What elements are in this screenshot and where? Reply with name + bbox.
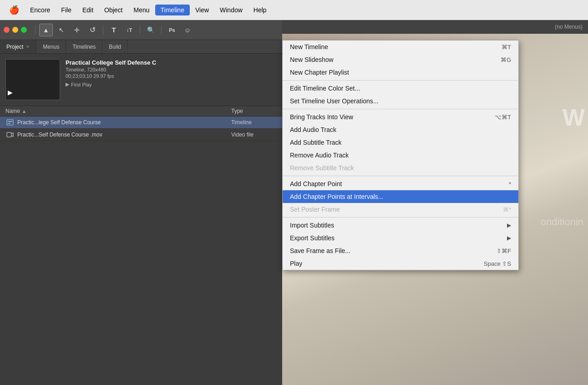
tab-close-project[interactable]: ✕: [26, 44, 30, 49]
video-text-w: W: [563, 104, 588, 131]
file-row-1[interactable]: Practic...Self Defense Course .mov Video…: [0, 129, 282, 141]
file-type-0: Timeline: [231, 119, 277, 126]
zoom-tool[interactable]: 🔍: [144, 24, 157, 36]
right-panel-header: (no Menus): [282, 20, 588, 34]
export-arrow: ▶: [507, 235, 511, 241]
shortcut-bring-tracks: ⌥⌘T: [495, 114, 511, 121]
menubar-object[interactable]: Object: [99, 5, 128, 15]
project-meta1: Timeline, 720x480: [66, 67, 156, 72]
separator3: [140, 25, 140, 35]
toolbar: ▲ ↖ ✛ ↺ T ↕T 🔍 Ps ☺: [0, 20, 282, 40]
sep2: [283, 109, 518, 109]
file-list-header: Name ▲ Type: [0, 106, 282, 117]
undo-tool[interactable]: ↺: [86, 24, 99, 36]
app-area: ▲ ↖ ✛ ↺ T ↕T 🔍 Ps ☺ Project ✕ Menus Time…: [0, 20, 588, 385]
file-name-1: Practic...Self Defense Course .mov: [17, 132, 231, 138]
sort-icon: ▲: [22, 109, 26, 114]
menu-add-chapter-point[interactable]: Add Chapter Point *: [283, 177, 518, 190]
rotate-tool[interactable]: ✛: [70, 24, 84, 36]
menu-add-audio-track[interactable]: Add Audio Track: [283, 123, 518, 136]
file-type-1: Video file: [231, 132, 277, 138]
menubar-encore[interactable]: Encore: [25, 5, 56, 15]
menu-set-user-ops[interactable]: Set Timeline User Operations...: [283, 95, 518, 107]
tab-menus[interactable]: Menus: [36, 40, 66, 53]
shortcut-new-timeline: ⌘T: [502, 44, 511, 51]
col-type-header: Type: [231, 108, 277, 114]
ps-tool[interactable]: Ps: [165, 24, 179, 36]
menu-remove-audio-track[interactable]: Remove Audio Track: [283, 149, 518, 162]
menu-add-subtitle-track[interactable]: Add Subtitle Track: [283, 136, 518, 149]
text-vertical-tool[interactable]: ↕T: [122, 24, 136, 36]
minimize-button[interactable]: [12, 27, 18, 33]
timeline-icon: [5, 119, 15, 126]
menu-bring-tracks[interactable]: Bring Tracks Into View ⌥⌘T: [283, 111, 518, 123]
select-tool[interactable]: ▲: [39, 24, 53, 36]
tab-project[interactable]: Project ✕: [0, 40, 36, 53]
col-name-header[interactable]: Name ▲: [5, 108, 231, 114]
preview-thumbnail: ▶: [5, 59, 60, 100]
separator2: [103, 25, 103, 35]
menubar: 🍎 Encore File Edit Object Menu Timeline …: [0, 0, 588, 20]
project-preview: ▶ Practical College Self Defense C Timel…: [0, 54, 282, 106]
svg-rect-2: [8, 123, 10, 124]
file-name-0: Practic...lege Self Defense Course: [17, 119, 231, 126]
no-menus-label: (no Menus): [555, 24, 583, 30]
menu-remove-subtitle-track: Remove Subtitle Track: [283, 162, 518, 174]
shortcut-add-chapter: *: [509, 181, 511, 187]
menu-import-subtitles[interactable]: Import Subtitles ▶: [283, 219, 518, 232]
timeline-menu: New Timeline ⌘T New Slideshow ⌘G New Cha…: [282, 40, 519, 270]
tab-timelines[interactable]: Timelines: [66, 40, 102, 53]
tab-build[interactable]: Build: [102, 40, 128, 53]
menubar-window[interactable]: Window: [214, 5, 248, 15]
move-tool[interactable]: ↖: [55, 24, 68, 36]
separator4: [161, 25, 162, 35]
svg-rect-3: [7, 132, 11, 137]
play-button[interactable]: ▶: [8, 89, 17, 98]
menu-new-timeline[interactable]: New Timeline ⌘T: [283, 41, 518, 53]
svg-rect-1: [8, 121, 12, 122]
sep3: [283, 176, 518, 176]
file-row-0[interactable]: Practic...lege Self Defense Course Timel…: [0, 117, 282, 129]
project-first-play: ▶ First Play: [66, 81, 156, 87]
close-button[interactable]: [4, 27, 10, 33]
menu-new-chapter-playlist[interactable]: New Chapter Playlist: [283, 66, 518, 79]
file-list: Practic...lege Self Defense Course Timel…: [0, 117, 282, 385]
menu-export-subtitles[interactable]: Export Subtitles ▶: [283, 232, 518, 244]
face-tool[interactable]: ☺: [181, 24, 194, 36]
menu-save-frame[interactable]: Save Frame as File... ⇧⌘F: [283, 244, 518, 257]
maximize-button[interactable]: [21, 27, 27, 33]
menubar-file[interactable]: File: [56, 5, 77, 15]
project-title: Practical College Self Defense C: [66, 59, 156, 66]
svg-rect-0: [7, 120, 13, 125]
shortcut-poster-frame: ⌘*: [503, 206, 511, 213]
menubar-menu[interactable]: Menu: [128, 5, 155, 15]
tab-bar: Project ✕ Menus Timelines Build: [0, 40, 282, 54]
video-icon: [5, 131, 15, 138]
sep1: [283, 80, 518, 81]
sep4: [283, 217, 518, 218]
import-arrow: ▶: [507, 222, 511, 228]
menubar-help[interactable]: Help: [248, 5, 272, 15]
menu-add-chapter-intervals[interactable]: Add Chapter Points at Intervals...: [283, 190, 518, 203]
shortcut-save-frame: ⇧⌘F: [497, 248, 511, 254]
menubar-timeline[interactable]: Timeline: [155, 5, 190, 15]
shortcut-new-slideshow: ⌘G: [501, 56, 511, 63]
shortcut-play: Space ⇧S: [484, 260, 511, 267]
video-text-sub: onditionin: [541, 216, 588, 228]
project-meta2: 00;23;03;10 29.97 fps: [66, 73, 156, 79]
menubar-view[interactable]: View: [190, 5, 214, 15]
menu-new-slideshow[interactable]: New Slideshow ⌘G: [283, 53, 518, 66]
menu-edit-color-set[interactable]: Edit Timeline Color Set...: [283, 82, 518, 95]
menu-set-poster-frame: Set Poster Frame ⌘*: [283, 203, 518, 216]
left-panel: ▲ ↖ ✛ ↺ T ↕T 🔍 Ps ☺ Project ✕ Menus Time…: [0, 20, 282, 385]
first-play-icon: ▶: [66, 81, 69, 87]
separator: [35, 25, 35, 35]
menu-play[interactable]: Play Space ⇧S: [283, 257, 518, 270]
menubar-edit[interactable]: Edit: [77, 5, 99, 15]
project-info: Practical College Self Defense C Timelin…: [66, 59, 156, 100]
project-content: ▶ Practical College Self Defense C Timel…: [0, 54, 282, 385]
apple-menu[interactable]: 🍎: [4, 5, 25, 15]
text-tool[interactable]: T: [107, 24, 121, 36]
